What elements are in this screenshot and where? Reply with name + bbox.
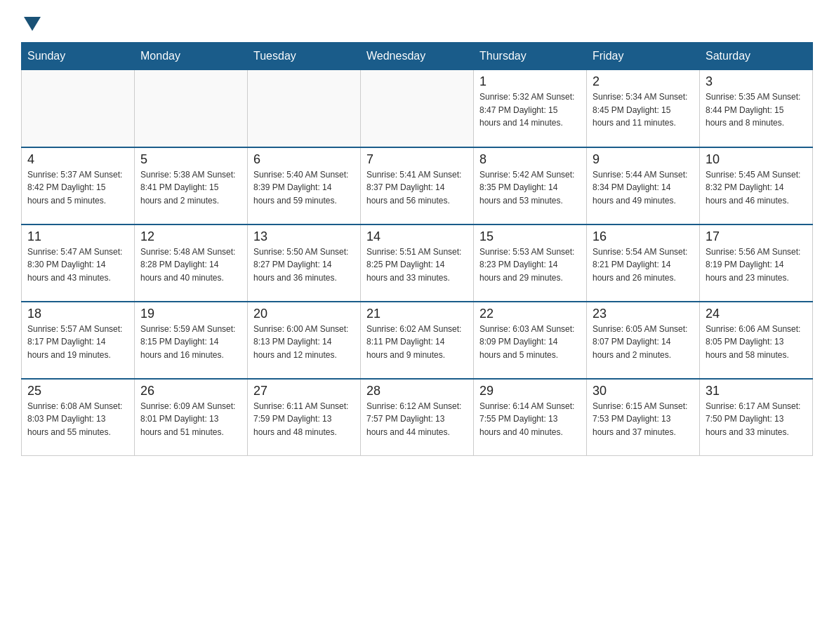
calendar-cell [248, 70, 361, 147]
day-number: 28 [366, 384, 468, 398]
calendar-cell: 6Sunrise: 5:40 AM Sunset: 8:39 PM Daylig… [248, 147, 361, 224]
calendar-cell: 12Sunrise: 5:48 AM Sunset: 8:28 PM Dayli… [135, 224, 248, 302]
calendar-cell: 10Sunrise: 5:45 AM Sunset: 8:32 PM Dayli… [700, 147, 813, 224]
calendar-cell: 31Sunrise: 6:17 AM Sunset: 7:50 PM Dayli… [700, 379, 813, 456]
day-info: Sunrise: 6:12 AM Sunset: 7:57 PM Dayligh… [366, 400, 468, 439]
calendar-cell: 29Sunrise: 6:14 AM Sunset: 7:55 PM Dayli… [474, 379, 587, 456]
calendar-cell: 20Sunrise: 6:00 AM Sunset: 8:13 PM Dayli… [248, 302, 361, 379]
day-info: Sunrise: 5:51 AM Sunset: 8:25 PM Dayligh… [366, 246, 468, 285]
calendar-cell: 3Sunrise: 5:35 AM Sunset: 8:44 PM Daylig… [700, 70, 813, 147]
day-info: Sunrise: 6:05 AM Sunset: 8:07 PM Dayligh… [593, 323, 694, 362]
day-info: Sunrise: 5:53 AM Sunset: 8:23 PM Dayligh… [479, 246, 581, 285]
calendar-week-row: 1Sunrise: 5:32 AM Sunset: 8:47 PM Daylig… [22, 70, 813, 147]
weekday-header-friday: Friday [587, 43, 700, 70]
day-info: Sunrise: 5:56 AM Sunset: 8:19 PM Dayligh… [706, 246, 807, 285]
day-info: Sunrise: 5:44 AM Sunset: 8:34 PM Dayligh… [593, 168, 694, 208]
day-info: Sunrise: 5:41 AM Sunset: 8:37 PM Dayligh… [366, 168, 468, 208]
calendar-cell: 14Sunrise: 5:51 AM Sunset: 8:25 PM Dayli… [361, 224, 474, 302]
calendar-cell: 15Sunrise: 5:53 AM Sunset: 8:23 PM Dayli… [474, 224, 587, 302]
weekday-header-thursday: Thursday [474, 43, 587, 70]
day-info: Sunrise: 6:03 AM Sunset: 8:09 PM Dayligh… [479, 323, 581, 362]
day-number: 26 [140, 384, 241, 398]
calendar-cell: 9Sunrise: 5:44 AM Sunset: 8:34 PM Daylig… [587, 147, 700, 224]
day-info: Sunrise: 5:40 AM Sunset: 8:39 PM Dayligh… [253, 168, 355, 208]
calendar-cell: 23Sunrise: 6:05 AM Sunset: 8:07 PM Dayli… [587, 302, 700, 379]
day-number: 6 [253, 152, 355, 167]
logo-arrow-icon [24, 17, 41, 31]
day-number: 1 [479, 74, 581, 89]
calendar-cell: 22Sunrise: 6:03 AM Sunset: 8:09 PM Dayli… [474, 302, 587, 379]
day-number: 9 [593, 152, 694, 167]
calendar-cell: 28Sunrise: 6:12 AM Sunset: 7:57 PM Dayli… [361, 379, 474, 456]
calendar-cell: 13Sunrise: 5:50 AM Sunset: 8:27 PM Dayli… [248, 224, 361, 302]
calendar-cell [135, 70, 248, 147]
day-number: 3 [706, 74, 807, 89]
day-info: Sunrise: 6:17 AM Sunset: 7:50 PM Dayligh… [706, 400, 807, 439]
day-number: 10 [706, 152, 807, 167]
day-info: Sunrise: 5:45 AM Sunset: 8:32 PM Dayligh… [706, 168, 807, 208]
day-number: 25 [27, 384, 128, 398]
calendar-cell: 26Sunrise: 6:09 AM Sunset: 8:01 PM Dayli… [135, 379, 248, 456]
calendar-cell: 16Sunrise: 5:54 AM Sunset: 8:21 PM Dayli… [587, 224, 700, 302]
day-info: Sunrise: 6:02 AM Sunset: 8:11 PM Dayligh… [366, 323, 468, 362]
calendar-table: SundayMondayTuesdayWednesdayThursdayFrid… [21, 42, 813, 456]
day-info: Sunrise: 5:57 AM Sunset: 8:17 PM Dayligh… [27, 323, 128, 362]
weekday-header-tuesday: Tuesday [248, 43, 361, 70]
calendar-cell [22, 70, 135, 147]
calendar-cell: 27Sunrise: 6:11 AM Sunset: 7:59 PM Dayli… [248, 379, 361, 456]
calendar-cell: 30Sunrise: 6:15 AM Sunset: 7:53 PM Dayli… [587, 379, 700, 456]
day-number: 30 [593, 384, 694, 398]
calendar-cell: 7Sunrise: 5:41 AM Sunset: 8:37 PM Daylig… [361, 147, 474, 224]
day-number: 17 [706, 229, 807, 244]
calendar-cell: 19Sunrise: 5:59 AM Sunset: 8:15 PM Dayli… [135, 302, 248, 379]
calendar-cell: 17Sunrise: 5:56 AM Sunset: 8:19 PM Dayli… [700, 224, 813, 302]
weekday-header-wednesday: Wednesday [361, 43, 474, 70]
day-info: Sunrise: 5:50 AM Sunset: 8:27 PM Dayligh… [253, 246, 355, 285]
day-number: 23 [593, 307, 694, 321]
logo [21, 14, 41, 28]
day-info: Sunrise: 5:38 AM Sunset: 8:41 PM Dayligh… [140, 168, 241, 208]
day-number: 7 [366, 152, 468, 167]
day-info: Sunrise: 6:00 AM Sunset: 8:13 PM Dayligh… [253, 323, 355, 362]
day-number: 14 [366, 229, 468, 244]
day-number: 12 [140, 229, 241, 244]
day-info: Sunrise: 6:06 AM Sunset: 8:05 PM Dayligh… [706, 323, 807, 362]
day-info: Sunrise: 6:09 AM Sunset: 8:01 PM Dayligh… [140, 400, 241, 439]
day-number: 19 [140, 307, 241, 321]
calendar-cell: 2Sunrise: 5:34 AM Sunset: 8:45 PM Daylig… [587, 70, 700, 147]
calendar-header-row: SundayMondayTuesdayWednesdayThursdayFrid… [22, 43, 813, 70]
weekday-header-sunday: Sunday [22, 43, 135, 70]
day-number: 16 [593, 229, 694, 244]
day-number: 20 [253, 307, 355, 321]
day-number: 27 [253, 384, 355, 398]
calendar-cell: 1Sunrise: 5:32 AM Sunset: 8:47 PM Daylig… [474, 70, 587, 147]
day-number: 18 [27, 307, 128, 321]
day-number: 8 [479, 152, 581, 167]
calendar-cell [361, 70, 474, 147]
day-number: 31 [706, 384, 807, 398]
day-number: 24 [706, 307, 807, 321]
calendar-cell: 24Sunrise: 6:06 AM Sunset: 8:05 PM Dayli… [700, 302, 813, 379]
calendar-week-row: 11Sunrise: 5:47 AM Sunset: 8:30 PM Dayli… [22, 224, 813, 302]
day-info: Sunrise: 5:54 AM Sunset: 8:21 PM Dayligh… [593, 246, 694, 285]
logo-general [21, 14, 41, 31]
day-info: Sunrise: 6:15 AM Sunset: 7:53 PM Dayligh… [593, 400, 694, 439]
day-info: Sunrise: 6:08 AM Sunset: 8:03 PM Dayligh… [27, 400, 128, 439]
day-info: Sunrise: 5:34 AM Sunset: 8:45 PM Dayligh… [593, 90, 694, 130]
weekday-header-saturday: Saturday [700, 43, 813, 70]
day-info: Sunrise: 6:11 AM Sunset: 7:59 PM Dayligh… [253, 400, 355, 439]
calendar-cell: 25Sunrise: 6:08 AM Sunset: 8:03 PM Dayli… [22, 379, 135, 456]
calendar-cell: 18Sunrise: 5:57 AM Sunset: 8:17 PM Dayli… [22, 302, 135, 379]
calendar-cell: 5Sunrise: 5:38 AM Sunset: 8:41 PM Daylig… [135, 147, 248, 224]
day-number: 5 [140, 152, 241, 167]
day-number: 21 [366, 307, 468, 321]
calendar-cell: 11Sunrise: 5:47 AM Sunset: 8:30 PM Dayli… [22, 224, 135, 302]
calendar-cell: 8Sunrise: 5:42 AM Sunset: 8:35 PM Daylig… [474, 147, 587, 224]
day-info: Sunrise: 5:48 AM Sunset: 8:28 PM Dayligh… [140, 246, 241, 285]
day-number: 29 [479, 384, 581, 398]
day-number: 13 [253, 229, 355, 244]
day-number: 4 [27, 152, 128, 167]
day-number: 15 [479, 229, 581, 244]
day-number: 22 [479, 307, 581, 321]
calendar-cell: 21Sunrise: 6:02 AM Sunset: 8:11 PM Dayli… [361, 302, 474, 379]
